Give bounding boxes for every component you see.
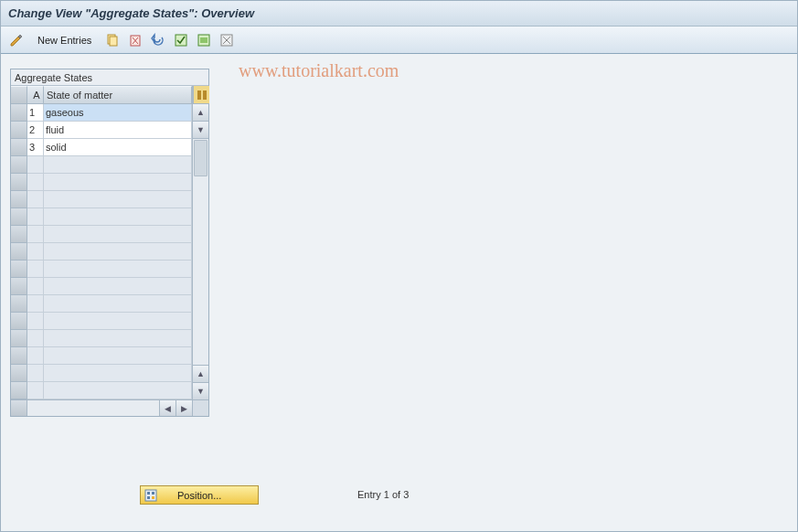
row-header[interactable]: [11, 174, 27, 191]
cell-a[interactable]: [27, 278, 44, 295]
cell-state[interactable]: [44, 278, 192, 295]
table-row[interactable]: [11, 208, 192, 226]
cell-state[interactable]: [44, 347, 192, 365]
cell-state[interactable]: fluid: [44, 122, 192, 139]
row-header[interactable]: [11, 295, 27, 313]
row-header[interactable]: [11, 330, 27, 347]
scroll-track[interactable]: [193, 139, 208, 365]
cell-state[interactable]: [44, 226, 192, 243]
position-icon: [144, 489, 157, 502]
cell-state[interactable]: [44, 156, 192, 174]
position-button[interactable]: Position...: [140, 485, 259, 505]
table-row[interactable]: [11, 365, 192, 382]
table-row[interactable]: [11, 191, 192, 208]
row-header[interactable]: [11, 122, 27, 139]
row-header[interactable]: [11, 365, 27, 382]
row-header[interactable]: [11, 313, 27, 330]
svg-rect-17: [152, 496, 154, 499]
row-header[interactable]: [11, 278, 27, 295]
new-entries-button[interactable]: New Entries: [29, 31, 100, 49]
cell-a[interactable]: 2: [27, 122, 44, 139]
cell-a[interactable]: [27, 208, 44, 226]
scroll-up2-button[interactable]: ▲: [193, 365, 208, 382]
cell-a[interactable]: [27, 226, 44, 243]
scroll-up-button[interactable]: ▲: [193, 104, 208, 122]
deselect-all-icon[interactable]: [217, 31, 237, 49]
column-header-a[interactable]: A: [27, 86, 44, 104]
row-header-corner[interactable]: [11, 86, 27, 104]
row-header[interactable]: [11, 104, 27, 122]
cell-state[interactable]: [44, 208, 192, 226]
row-header[interactable]: [11, 208, 27, 226]
cell-a[interactable]: [27, 347, 44, 365]
cell-state[interactable]: gaseous: [44, 104, 192, 122]
table-row[interactable]: [11, 295, 192, 313]
cell-a[interactable]: [27, 365, 44, 382]
cell-state[interactable]: [44, 382, 192, 399]
table-row[interactable]: [11, 278, 192, 295]
cell-state[interactable]: [44, 243, 192, 261]
table-row[interactable]: [11, 226, 192, 243]
cell-state[interactable]: [44, 295, 192, 313]
copy-icon[interactable]: [102, 31, 122, 49]
table-row[interactable]: [11, 156, 192, 174]
row-header[interactable]: [11, 156, 27, 174]
svg-rect-11: [197, 90, 201, 100]
content-area: www.tutorialkart.com Aggregate States A …: [1, 54, 797, 531]
page-title: Change View "Aggregate States": Overview: [8, 6, 254, 20]
cell-a[interactable]: 1: [27, 104, 44, 122]
cell-a[interactable]: [27, 313, 44, 330]
table-row[interactable]: [11, 261, 192, 278]
cell-a[interactable]: [27, 174, 44, 191]
table-body: 1gaseous2fluid3solid: [11, 104, 192, 399]
table-row[interactable]: [11, 347, 192, 365]
aggregate-states-group: Aggregate States A State of matter 1gase…: [10, 69, 209, 417]
svg-rect-14: [147, 492, 150, 495]
hscroll-track[interactable]: [27, 400, 159, 416]
cell-a[interactable]: [27, 382, 44, 399]
column-header-state[interactable]: State of matter: [44, 86, 192, 104]
table-row[interactable]: 3solid: [11, 139, 192, 156]
undo-icon[interactable]: [148, 31, 168, 49]
select-block-icon[interactable]: [194, 31, 214, 49]
scroll-down2-button[interactable]: ▼: [193, 382, 208, 399]
cell-state[interactable]: [44, 191, 192, 208]
delete-icon[interactable]: [125, 31, 145, 49]
row-header[interactable]: [11, 382, 27, 399]
cell-state[interactable]: [44, 174, 192, 191]
cell-a[interactable]: [27, 156, 44, 174]
cell-a[interactable]: 3: [27, 139, 44, 156]
svg-rect-7: [200, 37, 207, 43]
cell-a[interactable]: [27, 191, 44, 208]
cell-a[interactable]: [27, 330, 44, 347]
row-header[interactable]: [11, 139, 27, 156]
hscroll-left-button[interactable]: ◀: [159, 400, 176, 416]
hscroll-right-button[interactable]: ▶: [176, 400, 192, 416]
cell-state[interactable]: [44, 365, 192, 382]
table-row[interactable]: [11, 243, 192, 261]
cell-state[interactable]: [44, 313, 192, 330]
cell-state[interactable]: [44, 330, 192, 347]
row-header[interactable]: [11, 191, 27, 208]
configure-columns-icon[interactable]: [193, 86, 209, 104]
row-header[interactable]: [11, 226, 27, 243]
table-row[interactable]: [11, 174, 192, 191]
toggle-edit-icon[interactable]: [6, 31, 27, 49]
table-row[interactable]: [11, 382, 192, 399]
cell-a[interactable]: [27, 243, 44, 261]
cell-a[interactable]: [27, 295, 44, 313]
cell-state[interactable]: solid: [44, 139, 192, 156]
select-all-icon[interactable]: [171, 31, 191, 49]
table-row[interactable]: [11, 330, 192, 347]
table-row[interactable]: 2fluid: [11, 122, 192, 139]
group-title: Aggregate States: [11, 69, 208, 86]
row-header[interactable]: [11, 261, 27, 278]
scroll-thumb[interactable]: [194, 140, 207, 176]
row-header[interactable]: [11, 347, 27, 365]
row-header[interactable]: [11, 243, 27, 261]
scroll-down-button[interactable]: ▼: [193, 122, 208, 139]
table-row[interactable]: [11, 313, 192, 330]
cell-state[interactable]: [44, 261, 192, 278]
cell-a[interactable]: [27, 261, 44, 278]
table-row[interactable]: 1gaseous: [11, 104, 192, 122]
